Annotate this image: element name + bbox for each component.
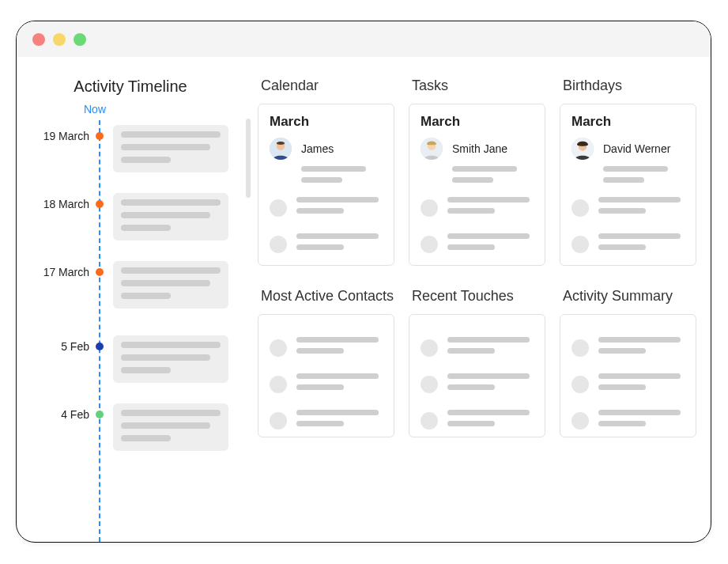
- timeline-date: 17 March: [20, 266, 89, 278]
- activity-timeline-title: Activity Timeline: [17, 78, 244, 96]
- dashboard-pane: Calendar March James: [258, 73, 696, 542]
- skeleton-line: [296, 421, 344, 426]
- skeleton-line: [598, 233, 681, 239]
- timeline-item[interactable]: 4 Feb: [17, 403, 244, 459]
- tasks-card[interactable]: March Smith Jane: [409, 104, 545, 266]
- timeline-now-label: Now: [84, 103, 106, 115]
- recent-touches-card[interactable]: [409, 314, 545, 437]
- timeline-dot-icon: [96, 343, 104, 350]
- skeleton-line: [296, 244, 344, 250]
- skeleton-line: [598, 373, 681, 379]
- section-title: Activity Summary: [563, 288, 696, 305]
- skeleton-line: [447, 373, 530, 379]
- timeline-card[interactable]: [113, 193, 228, 240]
- card-month: March: [270, 114, 383, 130]
- list-item[interactable]: [421, 233, 534, 256]
- skeleton-line: [296, 337, 379, 343]
- placeholder-icon: [571, 412, 589, 430]
- timeline-item[interactable]: 17 March: [17, 261, 244, 316]
- skeleton-line: [296, 384, 344, 390]
- timeline-item[interactable]: 18 March: [17, 193, 244, 248]
- skeleton-line: [301, 166, 366, 172]
- placeholder-icon: [421, 412, 438, 430]
- list-item[interactable]: [571, 233, 685, 256]
- skeleton-line: [301, 177, 342, 183]
- skeleton-line: [598, 208, 646, 214]
- placeholder-icon: [421, 199, 438, 217]
- birthdays-section: Birthdays March David Werner: [560, 73, 696, 266]
- contact-name: David Werner: [603, 142, 670, 155]
- activity-summary-card[interactable]: [560, 314, 696, 437]
- list-item[interactable]: [270, 410, 383, 432]
- list-item[interactable]: [270, 337, 383, 359]
- timeline-card[interactable]: [113, 403, 228, 451]
- placeholder-icon: [270, 199, 287, 217]
- timeline-dot-icon: [96, 132, 104, 140]
- window-titlebar: [17, 21, 711, 57]
- contact-row[interactable]: James: [270, 138, 383, 160]
- birthdays-card[interactable]: March David Werner: [560, 104, 696, 266]
- list-item[interactable]: [270, 197, 383, 219]
- skeleton-line: [598, 244, 646, 250]
- list-item[interactable]: [571, 373, 685, 396]
- skeleton-line: [447, 410, 530, 415]
- list-item[interactable]: [571, 197, 685, 219]
- timeline-dot-icon: [96, 200, 104, 208]
- placeholder-icon: [571, 236, 589, 253]
- list-item[interactable]: [571, 410, 685, 432]
- timeline-card[interactable]: [113, 335, 228, 383]
- skeleton-line: [452, 177, 493, 183]
- skeleton-line: [598, 348, 646, 354]
- avatar: [421, 138, 443, 160]
- timeline-date: 19 March: [20, 130, 89, 142]
- skeleton-line: [121, 267, 221, 274]
- list-item[interactable]: [421, 197, 534, 219]
- list-item[interactable]: [421, 337, 534, 359]
- timeline-item[interactable]: 5 Feb: [17, 335, 244, 391]
- window-close-button[interactable]: [32, 33, 45, 46]
- skeleton-line: [296, 197, 379, 203]
- contact-row[interactable]: Smith Jane: [421, 138, 534, 160]
- skeleton-line: [296, 233, 379, 239]
- skeleton-line: [598, 384, 646, 390]
- recent-touches-section: Recent Touches: [409, 283, 545, 437]
- skeleton-line: [447, 208, 495, 214]
- skeleton-line: [121, 157, 171, 163]
- window-minimize-button[interactable]: [53, 33, 66, 46]
- scrollbar[interactable]: [246, 119, 251, 198]
- timeline-card[interactable]: [113, 261, 228, 308]
- list-item[interactable]: [421, 410, 534, 432]
- list-item[interactable]: [421, 373, 534, 396]
- section-title: Most Active Contacts: [261, 288, 394, 305]
- skeleton-line: [598, 337, 681, 343]
- skeleton-line: [121, 410, 221, 416]
- list-item[interactable]: [270, 233, 383, 256]
- skeleton-line: [121, 293, 171, 299]
- contact-name: James: [301, 142, 334, 155]
- list-item[interactable]: [270, 373, 383, 396]
- skeleton-line: [296, 373, 379, 379]
- skeleton-line: [447, 384, 495, 390]
- most-active-contacts-card[interactable]: [258, 314, 394, 437]
- placeholder-icon: [421, 376, 438, 393]
- timeline-date: 18 March: [20, 198, 89, 210]
- placeholder-icon: [421, 339, 438, 357]
- timeline-item[interactable]: 19 March: [17, 125, 244, 180]
- list-item[interactable]: [571, 337, 685, 359]
- placeholder-icon: [270, 236, 287, 253]
- timeline-card[interactable]: [113, 125, 228, 172]
- avatar: [571, 138, 594, 160]
- placeholder-icon: [270, 412, 287, 430]
- skeleton-line: [598, 421, 646, 426]
- card-month: March: [421, 114, 534, 130]
- contact-row[interactable]: David Werner: [571, 138, 685, 160]
- calendar-card[interactable]: March James: [258, 104, 394, 266]
- placeholder-icon: [571, 199, 589, 217]
- tasks-section: Tasks March Smith Jane: [409, 73, 545, 266]
- skeleton-line: [447, 337, 530, 343]
- placeholder-icon: [421, 236, 438, 253]
- skeleton-line: [603, 177, 644, 183]
- window-maximize-button[interactable]: [74, 33, 86, 46]
- skeleton-line: [121, 367, 171, 373]
- timeline-dot-icon: [96, 411, 104, 418]
